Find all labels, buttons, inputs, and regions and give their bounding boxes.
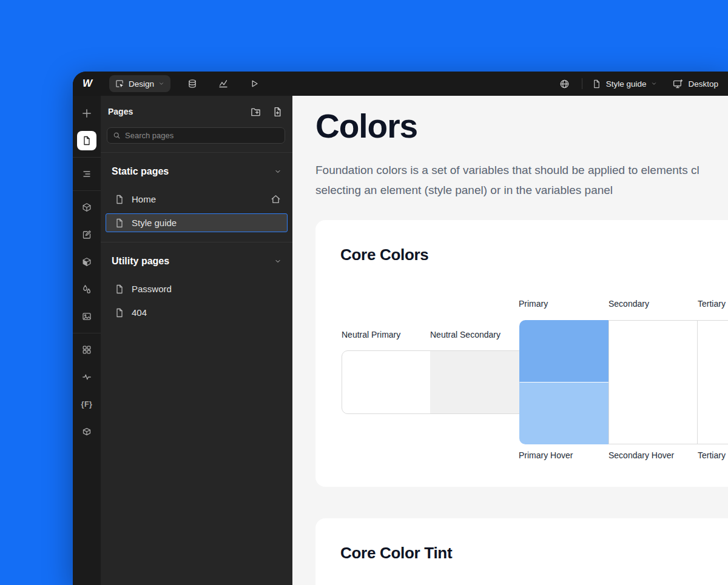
label-primary-hover[interactable]: Primary Hover xyxy=(519,450,573,460)
pages-panel-empty-area xyxy=(101,332,292,585)
swatch-secondary[interactable] xyxy=(608,320,698,383)
left-toolbar: {F} xyxy=(73,96,101,585)
cms-button[interactable] xyxy=(185,76,200,91)
label-neutral-primary[interactable]: Neutral Primary xyxy=(342,330,400,339)
page-row-password[interactable]: Password xyxy=(106,279,288,298)
packages-button[interactable] xyxy=(77,422,96,441)
core-color-tint-card[interactable]: Core Color Tint xyxy=(315,518,728,585)
swatch-secondary-hover[interactable] xyxy=(608,382,698,444)
chevron-down-icon xyxy=(274,258,281,265)
swatch-primary[interactable] xyxy=(519,320,608,382)
page-row-label: Style guide xyxy=(132,218,177,228)
swatch-neutral-secondary[interactable] xyxy=(430,350,520,414)
pages-panel: Pages Static pages xyxy=(101,96,292,585)
half-cube-icon xyxy=(82,257,92,267)
new-page-button[interactable] xyxy=(271,105,284,118)
section-title: Static pages xyxy=(112,166,169,177)
chevron-down-icon xyxy=(274,168,281,175)
navigator-button[interactable] xyxy=(77,164,96,184)
breakpoint-selector[interactable]: Desktop xyxy=(673,79,718,89)
design-mode-label: Design xyxy=(129,79,154,89)
topbar: W Design xyxy=(73,72,728,96)
page-plus-icon xyxy=(272,107,283,117)
toolbar-separator xyxy=(73,157,101,158)
add-elements-button[interactable] xyxy=(77,104,96,123)
topbar-divider xyxy=(582,78,582,89)
swatch-tertiary-hover[interactable] xyxy=(698,382,728,444)
page-row-404[interactable]: 404 xyxy=(106,303,288,322)
libraries-button[interactable] xyxy=(77,252,96,272)
webflow-designer-window: W Design xyxy=(73,72,728,585)
static-pages-header[interactable]: Static pages xyxy=(106,158,288,185)
topbar-right: Style guide Desktop xyxy=(558,76,718,91)
label-neutral-secondary[interactable]: Neutral Secondary xyxy=(430,330,500,339)
cube-icon xyxy=(82,202,92,212)
page-row-home[interactable]: Home xyxy=(106,190,288,209)
variables-button[interactable] xyxy=(77,279,96,299)
page-selector-label: Style guide xyxy=(606,79,647,89)
toolbar-separator xyxy=(73,333,101,333)
fonts-button[interactable]: {F} xyxy=(77,395,96,414)
preview-button[interactable] xyxy=(247,76,261,91)
braces-f-icon: {F} xyxy=(81,400,93,409)
style-guide-button[interactable] xyxy=(77,225,96,244)
package-cube-icon xyxy=(82,427,92,436)
page-row-label: 404 xyxy=(132,307,147,318)
page-icon xyxy=(115,284,124,294)
publish-globe-button[interactable] xyxy=(558,76,572,91)
home-icon xyxy=(271,194,281,204)
droplets-icon xyxy=(82,284,92,294)
pages-button[interactable] xyxy=(77,131,96,150)
new-folder-button[interactable] xyxy=(249,105,262,118)
label-tertiary-hover[interactable]: Tertiary Hover xyxy=(698,450,728,460)
plus-icon xyxy=(81,108,92,119)
globe-icon xyxy=(559,79,570,89)
apps-button[interactable] xyxy=(77,340,96,359)
desktop-background: { "colors": { "brand_blue": "#146EF5", "… xyxy=(0,0,728,585)
page-icon xyxy=(592,79,601,89)
intro-line-2: selecting an element (style panel) or in… xyxy=(315,180,728,200)
audit-button[interactable] xyxy=(77,367,96,387)
label-secondary[interactable]: Secondary xyxy=(608,299,649,309)
swatch-primary-hover[interactable] xyxy=(519,383,608,444)
desktop-monitor-icon xyxy=(673,79,683,89)
design-mode-button[interactable]: Design xyxy=(109,75,170,92)
canvas-intro-paragraph[interactable]: Foundation colors is a set of variables … xyxy=(315,160,728,200)
page-icon xyxy=(115,218,124,228)
folder-plus-icon xyxy=(251,107,261,117)
canvas-heading-colors[interactable]: Colors xyxy=(315,108,417,144)
utility-pages-header[interactable]: Utility pages xyxy=(106,248,288,275)
page-row-style-guide[interactable]: Style guide xyxy=(106,213,288,232)
label-tertiary[interactable]: Tertiary xyxy=(698,299,726,309)
pages-panel-header: Pages xyxy=(101,96,292,127)
search-pages-box[interactable] xyxy=(107,127,285,144)
swatch-neutral-primary[interactable] xyxy=(342,350,431,414)
line-chart-icon xyxy=(218,79,228,89)
search-icon xyxy=(113,132,121,139)
static-pages-section: Static pages Home Style guide xyxy=(101,152,292,242)
label-primary[interactable]: Primary xyxy=(519,299,548,309)
pages-panel-title: Pages xyxy=(108,107,133,116)
analytics-button[interactable] xyxy=(216,76,231,91)
search-pages-wrap xyxy=(101,127,292,152)
play-icon xyxy=(249,79,259,89)
edit-pen-icon xyxy=(82,230,92,239)
core-color-tint-title[interactable]: Core Color Tint xyxy=(340,544,452,563)
page-icon xyxy=(82,136,92,145)
search-pages-input[interactable] xyxy=(125,131,279,140)
webflow-logo-icon[interactable]: W xyxy=(83,78,98,90)
page-icon xyxy=(115,308,124,318)
topbar-tools xyxy=(185,76,261,91)
page-selector[interactable]: Style guide xyxy=(592,79,658,89)
core-colors-title[interactable]: Core Colors xyxy=(340,246,429,264)
core-colors-card[interactable]: Core Colors Primary Secondary Tertiary N… xyxy=(315,220,728,487)
database-icon xyxy=(187,79,197,89)
swatch-tertiary[interactable] xyxy=(698,320,728,383)
image-icon xyxy=(82,312,92,321)
assets-button[interactable] xyxy=(77,307,96,326)
apps-grid-icon xyxy=(82,345,92,355)
navigator-icon xyxy=(82,169,92,179)
label-secondary-hover[interactable]: Secondary Hover xyxy=(608,450,674,460)
design-cursor-icon xyxy=(115,79,124,89)
components-button[interactable] xyxy=(77,198,96,217)
